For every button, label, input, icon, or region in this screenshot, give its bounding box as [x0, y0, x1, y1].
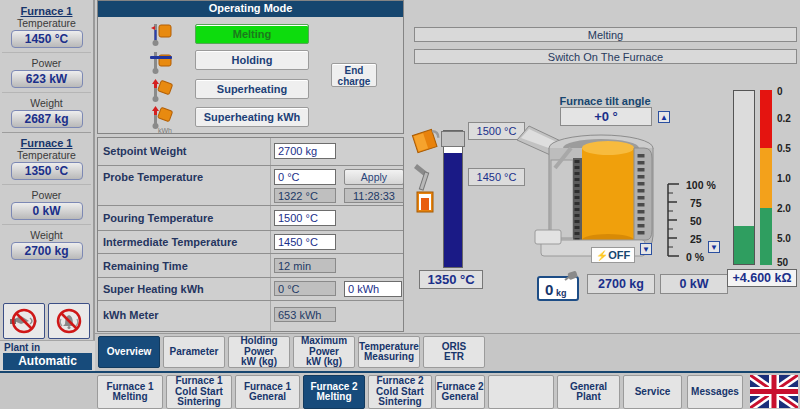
probe-temperature-input[interactable] — [274, 169, 336, 185]
insulation-resistance-value: +4.600 kΩ — [727, 269, 797, 287]
parameters-panel: Setpoint Weight Probe Temperature Apply … — [97, 137, 404, 332]
scale-down-icon[interactable]: ▼ — [708, 241, 720, 253]
temperature-value: 1450 °C — [11, 30, 83, 48]
pouring-ladle-icon — [407, 120, 443, 160]
ohm-50: 50 — [777, 257, 788, 268]
super-heating-kwh-label: Super Heating kWh — [103, 283, 204, 295]
tab-holding-power[interactable]: Holding Power kW (kg) — [228, 336, 290, 368]
mode-button-superheating[interactable]: Superheating — [195, 79, 309, 99]
furnace-tilt-angle-label: Furnace tilt angle — [545, 95, 665, 107]
lightning-icon: ⚡ — [596, 250, 608, 261]
setpoint-weight-input[interactable] — [274, 143, 336, 159]
tab-messages[interactable]: Messages — [687, 375, 743, 409]
operating-mode-title: Operating Mode — [98, 1, 403, 17]
weight-value: 2687 kg — [11, 110, 83, 128]
power-off-label: OFF — [608, 249, 630, 261]
operating-mode-panel: Operating Mode Melting Holding Superheat… — [97, 0, 404, 134]
tab-furnace1-general[interactable]: Furnace 1 General — [235, 375, 300, 409]
tab-furnace1-melting[interactable]: Furnace 1 Melting — [97, 375, 163, 409]
tab-oris-etr[interactable]: ORIS ETR — [423, 336, 485, 368]
furnace-status-bar: Melting — [414, 27, 797, 42]
power-value: 623 kW — [11, 70, 83, 88]
probe-last-value: 1322 °C — [274, 188, 336, 203]
temperature-label: Temperature — [0, 17, 93, 29]
temperature-value: 1350 °C — [11, 162, 83, 180]
tab-parameter[interactable]: Parameter — [163, 336, 225, 368]
switch-on-furnace-button[interactable]: Switch On The Furnace — [414, 49, 797, 64]
tab-furnace2-general[interactable]: Furnace 2 General — [435, 375, 485, 409]
ohm-2.0: 2.0 — [777, 203, 791, 214]
tab-furnace1-cold-start[interactable]: Furnace 1 Cold Start Sintering — [166, 375, 232, 409]
bath-thermometer — [443, 130, 463, 268]
insulation-gauge-fill — [734, 226, 754, 264]
remaining-time-value: 12 min — [274, 258, 336, 273]
pouring-temperature-label: Pouring Temperature — [103, 212, 213, 224]
page-tab-strip: Furnace 1 Melting Furnace 1 Cold Start S… — [0, 371, 800, 409]
thermometer-fill — [444, 153, 462, 267]
no-bell-icon — [52, 307, 86, 335]
ohm-0.5: 0.5 — [777, 143, 791, 154]
temperature-label: Temperature — [0, 149, 93, 161]
probe-temperature-label: Probe Temperature — [103, 171, 203, 183]
weight-label: Weight — [0, 229, 93, 241]
tab-maximum-power[interactable]: Maximum Power kW (kg) — [293, 336, 355, 368]
holding-mode-icon — [143, 50, 173, 76]
end-charge-button[interactable]: End charge — [331, 63, 377, 87]
plant-mode-box: Plant in Automatic — [0, 340, 95, 373]
super-heating-kwh-input[interactable] — [344, 281, 402, 297]
mute-horn-button[interactable] — [3, 303, 45, 339]
superheating-mode-icon — [143, 78, 173, 104]
svg-text:kWh: kWh — [158, 127, 172, 134]
mode-button-superheating-kwh[interactable]: Superheating kWh — [195, 107, 309, 127]
power-label: Power — [0, 189, 93, 201]
plant-in-label: Plant in — [0, 341, 95, 353]
tab-blank[interactable] — [488, 375, 554, 409]
tab-furnace2-melting[interactable]: Furnace 2 Melting — [303, 375, 365, 409]
kwh-meter-value: 653 kWh — [274, 307, 336, 322]
temperature-probe-icon — [409, 158, 441, 216]
furnace-weight-value: 2700 kg — [587, 274, 655, 294]
mute-bell-button[interactable] — [48, 303, 90, 339]
probe-weight-unit: kg — [556, 288, 567, 298]
probe-weight-box: 0 kg — [537, 276, 579, 301]
tab-overview[interactable]: Overview — [98, 336, 160, 368]
superheating-kwh-mode-icon: kWh — [143, 105, 173, 134]
ohm-0: 0 — [777, 86, 783, 97]
percent-50: 50 — [690, 215, 702, 227]
ohm-0.2: 0.2 — [777, 113, 791, 124]
tab-service[interactable]: Service — [623, 375, 682, 409]
bath-temperature-value: 1350 °C — [419, 270, 483, 289]
percent-25: 25 — [690, 233, 702, 245]
super-heating-temp-value: 0 °C — [274, 281, 336, 296]
intermediate-temperature-label: Intermediate Temperature — [103, 236, 237, 248]
mode-button-melting[interactable]: Melting — [195, 24, 309, 44]
tab-furnace2-cold-start[interactable]: Furnace 2 Cold Start Sintering — [368, 375, 432, 409]
probe-last-time: 11:28:33 — [344, 188, 404, 203]
weight-label: Weight — [0, 97, 93, 109]
apply-button[interactable]: Apply — [344, 169, 404, 185]
furnace-down-icon[interactable]: ▼ — [640, 243, 652, 255]
tab-general-plant[interactable]: General Plant — [557, 375, 620, 409]
percent-0: 0 % — [686, 251, 704, 263]
ohm-1.0: 1.0 — [777, 173, 791, 184]
tab-temperature-measuring[interactable]: Temperature Measuring — [358, 336, 420, 368]
gauge-orange-segment — [760, 148, 772, 208]
uk-flag[interactable] — [750, 375, 798, 408]
setpoint-weight-label: Setpoint Weight — [103, 145, 187, 157]
sidebar: Furnace 1 Temperature 1450 °C Power 623 … — [0, 0, 95, 409]
remaining-time-label: Remaining Time — [103, 260, 188, 272]
power-off-indicator: ⚡OFF — [591, 247, 635, 263]
weight-value: 2700 kg — [11, 242, 83, 260]
plant-mode-value: Automatic — [3, 353, 92, 370]
probe-weight-value: 0 — [545, 281, 553, 298]
power-label: Power — [0, 57, 93, 69]
hmi-screen: Furnace 1 Temperature 1450 °C Power 623 … — [0, 0, 800, 409]
intermediate-temperature-input[interactable] — [274, 234, 336, 250]
mode-button-holding[interactable]: Holding — [195, 50, 309, 70]
gauge-red-segment — [760, 90, 772, 148]
gauge-green-segment — [760, 208, 772, 265]
no-horn-icon — [7, 307, 41, 335]
pouring-temperature-input[interactable] — [274, 210, 336, 226]
insulation-gauge — [733, 90, 755, 265]
power-value: 0 kW — [11, 202, 83, 220]
